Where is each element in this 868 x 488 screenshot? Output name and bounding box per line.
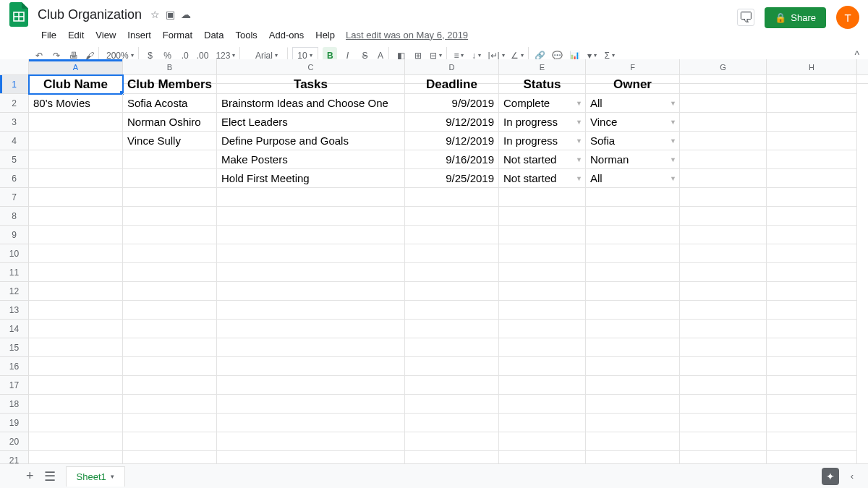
cell-E21[interactable] [499, 451, 586, 463]
cell-A18[interactable] [29, 395, 123, 414]
cell-D10[interactable] [405, 244, 499, 263]
cell-D1[interactable]: Deadline [405, 75, 499, 94]
row-header[interactable]: 8 [0, 207, 29, 226]
row-header[interactable]: 1 [0, 75, 29, 94]
cell-G20[interactable] [680, 432, 767, 451]
cell-D21[interactable] [405, 451, 499, 463]
select-all-corner[interactable] [0, 59, 29, 74]
cell-G8[interactable] [680, 207, 767, 226]
cell-E7[interactable] [499, 188, 586, 207]
cell-B4[interactable]: Vince Sully [123, 132, 217, 150]
cell-D3[interactable]: 9/12/2019 [405, 113, 499, 132]
dropdown-arrow-icon[interactable]: ▼ [576, 156, 582, 163]
row-header[interactable]: 16 [0, 357, 29, 376]
sheet-tab[interactable]: Sheet1 [66, 466, 125, 487]
cell-G10[interactable] [680, 244, 767, 263]
share-button[interactable]: 🔒 Share [765, 7, 826, 28]
cell-H6[interactable] [767, 169, 857, 188]
cell-A6[interactable] [29, 169, 123, 188]
cell-A15[interactable] [29, 338, 123, 357]
menu-file[interactable]: File [36, 28, 61, 42]
cell-G2[interactable] [680, 94, 767, 113]
cell-G17[interactable] [680, 376, 767, 395]
cell-F5[interactable]: Norman▼ [586, 150, 680, 169]
cell-E4[interactable]: In progress▼ [499, 132, 586, 150]
col-header-h[interactable]: H [767, 59, 857, 74]
row-header[interactable]: 11 [0, 263, 29, 282]
cell-E8[interactable] [499, 207, 586, 226]
cell-B7[interactable] [123, 188, 217, 207]
cell-E1[interactable]: Status [499, 75, 586, 94]
cell-G11[interactable] [680, 263, 767, 282]
dropdown-arrow-icon[interactable]: ▼ [576, 100, 582, 107]
cell-F7[interactable] [586, 188, 680, 207]
col-header-e[interactable]: E [499, 59, 586, 74]
row-header[interactable]: 17 [0, 376, 29, 395]
cell-A9[interactable] [29, 226, 123, 244]
cell-B20[interactable] [123, 432, 217, 451]
cell-A2[interactable]: 80's Movies [29, 94, 123, 113]
row-header[interactable]: 15 [0, 338, 29, 357]
cell-D2[interactable]: 9/9/2019 [405, 94, 499, 113]
row-header[interactable]: 13 [0, 301, 29, 320]
cell-D9[interactable] [405, 226, 499, 244]
cell-H8[interactable] [767, 207, 857, 226]
cell-B21[interactable] [123, 451, 217, 463]
cell-E19[interactable] [499, 414, 586, 432]
cell-B14[interactable] [123, 320, 217, 338]
cell-H10[interactable] [767, 244, 857, 263]
row-header[interactable]: 2 [0, 94, 29, 113]
row-header[interactable]: 14 [0, 320, 29, 338]
cell-G6[interactable] [680, 169, 767, 188]
menu-data[interactable]: Data [199, 28, 229, 42]
cell-E13[interactable] [499, 301, 586, 320]
cell-D13[interactable] [405, 301, 499, 320]
cell-B6[interactable] [123, 169, 217, 188]
cell-H19[interactable] [767, 414, 857, 432]
cell-G14[interactable] [680, 320, 767, 338]
cell-E10[interactable] [499, 244, 586, 263]
cell-A7[interactable] [29, 188, 123, 207]
cell-F8[interactable] [586, 207, 680, 226]
row-header[interactable]: 18 [0, 395, 29, 414]
cell-C16[interactable] [217, 357, 405, 376]
col-header-a[interactable]: A [29, 59, 123, 74]
cell-B5[interactable] [123, 150, 217, 169]
col-header-b[interactable]: B [123, 59, 217, 74]
cell-A5[interactable] [29, 150, 123, 169]
cell-B8[interactable] [123, 207, 217, 226]
row-header[interactable]: 3 [0, 113, 29, 132]
cell-F20[interactable] [586, 432, 680, 451]
cell-F2[interactable]: All▼ [586, 94, 680, 113]
cell-C14[interactable] [217, 320, 405, 338]
cell-C8[interactable] [217, 207, 405, 226]
doc-title[interactable]: Club Organization [35, 6, 145, 24]
sidebar-collapse-icon[interactable]: ‹ [851, 471, 854, 481]
cell-C19[interactable] [217, 414, 405, 432]
cell-H2[interactable] [767, 94, 857, 113]
cell-A19[interactable] [29, 414, 123, 432]
cell-C18[interactable] [217, 395, 405, 414]
cell-A17[interactable] [29, 376, 123, 395]
cell-A14[interactable] [29, 320, 123, 338]
cell-E9[interactable] [499, 226, 586, 244]
cell-A20[interactable] [29, 432, 123, 451]
cell-B11[interactable] [123, 263, 217, 282]
cell-G9[interactable] [680, 226, 767, 244]
cell-A12[interactable] [29, 282, 123, 301]
cell-G1[interactable] [680, 75, 767, 94]
add-sheet-button[interactable]: + [26, 468, 34, 484]
cell-A8[interactable] [29, 207, 123, 226]
cell-B18[interactable] [123, 395, 217, 414]
cell-C21[interactable] [217, 451, 405, 463]
row-header[interactable]: 6 [0, 169, 29, 188]
cell-H1[interactable] [767, 75, 857, 94]
cell-H13[interactable] [767, 301, 857, 320]
row-header[interactable]: 4 [0, 132, 29, 150]
cell-E11[interactable] [499, 263, 586, 282]
cell-C1[interactable]: Tasks [217, 75, 405, 94]
cell-A13[interactable] [29, 301, 123, 320]
cell-B10[interactable] [123, 244, 217, 263]
cell-E6[interactable]: Not started▼ [499, 169, 586, 188]
menu-edit[interactable]: Edit [63, 28, 89, 42]
